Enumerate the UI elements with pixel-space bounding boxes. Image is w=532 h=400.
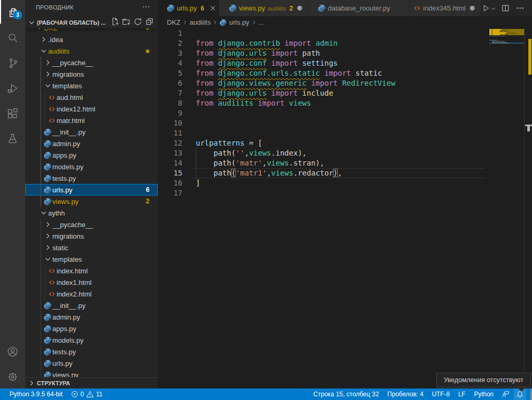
tree-item-models-py[interactable]: models.py <box>25 334 158 346</box>
tree-item-aythh[interactable]: aythh <box>25 207 158 219</box>
activity-source-control-icon[interactable] <box>0 50 25 76</box>
tree-item--init-py[interactable]: __init__.py <box>25 126 158 138</box>
tree-item-migrations[interactable]: migrations <box>25 68 158 80</box>
status-feedback-icon[interactable] <box>498 388 514 400</box>
activity-search-icon[interactable] <box>0 25 25 50</box>
activity-settings-gear-icon[interactable] <box>0 364 25 389</box>
tree-item-admin-py[interactable]: admin.py <box>25 311 158 323</box>
tree-item-label: views.py <box>53 371 79 377</box>
outline-section-header[interactable]: СТРУКТУРА <box>25 377 158 388</box>
status-problems[interactable]: 011 <box>67 388 107 400</box>
tree-item-admin-py[interactable]: admin.py <box>25 138 158 149</box>
tree-item-matr-html[interactable]: matr.html <box>25 115 158 126</box>
status-item[interactable]: Python <box>470 388 498 400</box>
new-file-icon[interactable] <box>111 17 119 28</box>
tree-item-index1-html[interactable]: index1.html <box>25 276 158 288</box>
breadcrumb-item[interactable]: DKZ <box>167 18 180 26</box>
tree-item-tests-py[interactable]: tests.py <box>25 172 158 184</box>
tree-item-static[interactable]: static <box>25 242 158 253</box>
tab-database-roouter-py[interactable]: database_roouter.py <box>309 0 409 16</box>
activity-account-icon[interactable] <box>0 339 25 364</box>
token: import <box>324 69 351 77</box>
close-icon[interactable] <box>209 4 217 13</box>
token: import <box>311 79 338 87</box>
tree-item-views-py[interactable]: views.py2 <box>25 196 158 207</box>
code-line-2: from django.contrib import admin <box>196 38 338 48</box>
tree-item--pycache-[interactable]: __pycache__ <box>25 219 158 230</box>
status-item[interactable]: LF <box>454 388 470 400</box>
chevron-down-icon[interactable] <box>490 4 499 13</box>
tree-item-aud-html[interactable]: aud.html <box>25 91 158 103</box>
tab-index345-html[interactable]: index345.html <box>410 0 480 16</box>
tree-item-templates[interactable]: templates <box>25 253 158 265</box>
tree-item-audiiits[interactable]: audiiits <box>25 45 158 57</box>
minimap[interactable] <box>489 28 524 388</box>
breadcrumb-label: ... <box>258 18 264 26</box>
line-number: 2 <box>158 38 183 48</box>
python-file-icon <box>44 139 52 148</box>
tree-item-index12-html[interactable]: index12.html <box>25 103 158 115</box>
token: from <box>196 79 214 87</box>
run-icon[interactable] <box>481 4 490 13</box>
tree-indent-guide <box>41 219 41 377</box>
line-number: 1 <box>158 28 183 38</box>
tree-item-label: __init__.py <box>53 128 86 136</box>
outline-section-label: СТРУКТУРА <box>37 380 70 386</box>
tree-item-label: DKZ <box>44 28 58 32</box>
token: static <box>355 69 382 77</box>
modified-dot[interactable] <box>470 6 475 11</box>
token: path( <box>196 159 236 167</box>
python-file-icon <box>44 151 52 159</box>
status-item[interactable]: Строка 15, столбец 32 <box>309 388 383 400</box>
tree-item--pycache-[interactable]: __pycache__ <box>25 57 158 68</box>
tree-item-apps-py[interactable]: apps.py <box>25 149 158 161</box>
token <box>285 99 289 107</box>
file-tree: DKZ.ideaaudiiits__pycache__migrationstem… <box>25 28 158 377</box>
tree-item-DKZ[interactable]: DKZ <box>25 28 158 34</box>
tree-item-tests-py[interactable]: tests.py <box>25 346 158 357</box>
tree-item-migrations[interactable]: migrations <box>25 230 158 242</box>
minimap-line <box>489 36 492 37</box>
token: import <box>271 59 298 67</box>
more-actions-icon[interactable]: ⋯ <box>141 2 152 13</box>
status-item[interactable]: UTF-8 <box>428 388 454 400</box>
activity-extensions-icon[interactable] <box>0 101 25 126</box>
split-editor-icon[interactable] <box>501 4 510 13</box>
activity-files-icon[interactable]: 3 <box>0 0 25 25</box>
token: .redactor <box>293 169 333 177</box>
more-icon[interactable] <box>516 4 525 13</box>
tab-urls-py[interactable]: urls.py6 <box>158 0 219 16</box>
code-editor[interactable]: 1234567891011121314151617 from django.co… <box>158 28 532 388</box>
tree-item--init-py[interactable]: __init__.py <box>25 300 158 311</box>
tree-item-label: static <box>53 244 68 252</box>
collapse-all-icon[interactable] <box>145 17 154 28</box>
token: from <box>196 39 214 47</box>
refresh-icon[interactable] <box>134 17 142 28</box>
tree-item-index-html[interactable]: index.html <box>25 265 158 276</box>
breadcrumb-item[interactable]: urls.py <box>219 18 249 26</box>
new-folder-icon[interactable] <box>122 17 131 28</box>
modified-dot[interactable] <box>297 6 302 11</box>
code-line-16: ] <box>196 178 200 188</box>
tree-item-models-py[interactable]: models.py <box>25 161 158 172</box>
tree-item--idea[interactable]: .idea <box>25 34 158 45</box>
token <box>214 39 218 47</box>
tree-item-apps-py[interactable]: apps.py <box>25 323 158 334</box>
python-file-icon <box>44 347 52 356</box>
activity-run-debug-icon[interactable] <box>0 76 25 101</box>
line-number: 4 <box>158 58 183 68</box>
tree-item-urls-py[interactable]: urls.py <box>25 357 158 369</box>
tab-views-py[interactable]: views.pyaudiiits2 <box>219 0 309 16</box>
activity-testing-icon[interactable] <box>0 126 25 151</box>
notifications-tooltip: Уведомления отсутствуют <box>436 373 531 387</box>
token <box>338 79 342 87</box>
tree-item-views-py[interactable]: views.py <box>25 369 158 377</box>
tree-item-index2-html[interactable]: index2.html <box>25 288 158 300</box>
status-python-version[interactable]: Python 3.9.5 64-bit <box>5 388 67 400</box>
workspace-section-header[interactable]: (РАБОЧАЯ ОБЛАСТЬ) ... <box>25 17 158 28</box>
status-item[interactable]: Пробелов: 4 <box>383 388 428 400</box>
tree-item-urls-py[interactable]: urls.py6 <box>25 184 158 196</box>
tree-item-templates[interactable]: templates <box>25 80 158 91</box>
breadcrumb-item[interactable]: audiiits <box>189 18 210 26</box>
breadcrumb-item[interactable]: ... <box>258 18 264 26</box>
